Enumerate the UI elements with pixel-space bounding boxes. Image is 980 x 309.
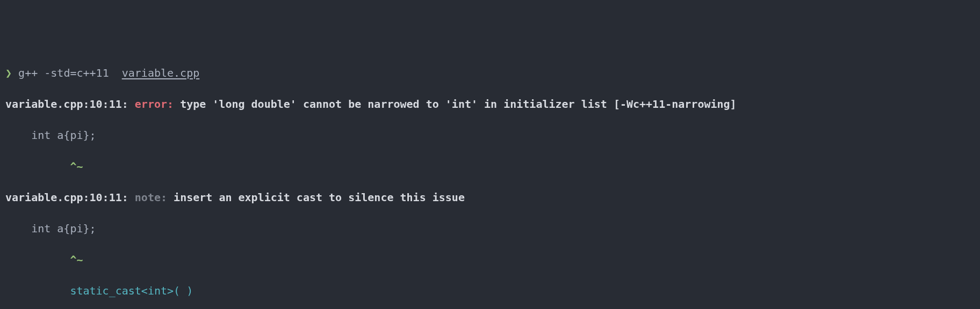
prompt-symbol: ❯ xyxy=(5,67,12,79)
command-argfile: variable.cpp xyxy=(122,67,200,79)
diagnostic-warnflag: [-Wc++11-narrowing] xyxy=(614,98,737,111)
command-text: g++ -std=c++11 xyxy=(18,67,122,79)
diagnostic-location: variable.cpp:10:11: xyxy=(5,98,128,111)
diagnostic-message: type 'long double' cannot be narrowed to… xyxy=(180,98,614,111)
diagnostic-message: insert an explicit cast to silence this … xyxy=(174,191,465,204)
diagnostic-code-line: int a{pi}; xyxy=(5,221,975,237)
diagnostic-caret-line: ^~ xyxy=(5,252,975,268)
diagnostic-severity-error: error: xyxy=(135,98,174,111)
diagnostic-code-line: int a{pi}; xyxy=(5,128,975,143)
diagnostic-location: variable.cpp:10:11: xyxy=(5,191,128,204)
diagnostic-header: variable.cpp:10:11: note: insert an expl… xyxy=(5,190,975,205)
diagnostic-header: variable.cpp:10:11: error: type 'long do… xyxy=(5,97,975,112)
command-line[interactable]: ❯ g++ -std=c++11 variable.cpp xyxy=(5,65,975,81)
diagnostic-severity-note: note: xyxy=(135,191,167,204)
diagnostic-fixit-line: static_cast<int>( ) xyxy=(5,283,975,299)
diagnostic-caret-line: ^~ xyxy=(5,159,975,174)
